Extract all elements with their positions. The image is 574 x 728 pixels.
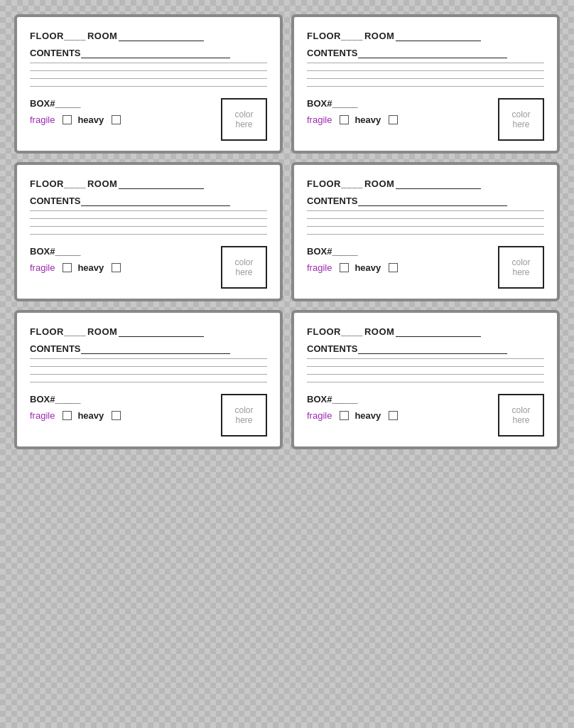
heavy-text-4: heavy <box>354 262 381 273</box>
content-rules-3 <box>30 209 267 236</box>
fragile-heavy-3: fragile heavy <box>30 262 121 273</box>
color-box-5[interactable]: colorhere <box>221 394 267 437</box>
rule-6a <box>307 358 544 359</box>
heavy-text-2: heavy <box>354 114 381 125</box>
card-bottom-5: BOX#_____ fragile heavy colorhere <box>30 394 267 437</box>
room-field-2[interactable] <box>396 30 481 41</box>
card-bottom-3: BOX#_____ fragile heavy colorhere <box>30 246 267 289</box>
box-line-3: BOX#_____ <box>30 246 121 257</box>
heavy-text-6: heavy <box>354 410 381 421</box>
rule-1c <box>30 78 267 79</box>
rule-2a <box>307 63 544 63</box>
contents-field-1[interactable] <box>81 47 230 58</box>
bottom-left-6: BOX#_____ fragile heavy <box>307 394 398 421</box>
color-box-6[interactable]: colorhere <box>498 394 544 437</box>
moving-label-card-1: FLOOR____ ROOM CONTENTS BOX#_____ fragil… <box>14 14 283 154</box>
contents-field-3[interactable] <box>81 195 230 206</box>
room-field-5[interactable] <box>119 326 204 337</box>
box-line-6: BOX#_____ <box>307 394 398 405</box>
fragile-text-5: fragile <box>30 410 55 421</box>
rule-6c <box>307 374 544 375</box>
fragile-text-2: fragile <box>307 114 332 125</box>
color-box-2[interactable]: colorhere <box>498 98 544 141</box>
card-bottom-1: BOX#_____ fragile heavy colorhere <box>30 98 267 141</box>
rule-2c <box>307 78 544 79</box>
content-rules-1 <box>30 61 267 88</box>
rule-3c <box>30 226 267 227</box>
bottom-left-1: BOX#_____ fragile heavy <box>30 98 121 125</box>
rule-4c <box>307 226 544 227</box>
card-grid: FLOOR____ ROOM CONTENTS BOX#_____ fragil… <box>14 14 560 449</box>
floor-label-6: FLOOR____ <box>307 326 363 337</box>
box-line-4: BOX#_____ <box>307 246 398 257</box>
heavy-text-1: heavy <box>77 114 104 125</box>
box-line-2: BOX#_____ <box>307 98 398 109</box>
contents-line-1: CONTENTS <box>30 47 267 58</box>
bottom-left-4: BOX#_____ fragile heavy <box>307 246 398 273</box>
fragile-checkbox-3[interactable] <box>63 263 72 272</box>
contents-field-5[interactable] <box>81 343 230 354</box>
rule-1a <box>30 63 267 63</box>
fragile-checkbox-4[interactable] <box>340 263 349 272</box>
rule-1b <box>30 70 267 71</box>
heavy-checkbox-6[interactable] <box>389 411 398 420</box>
fragile-heavy-1: fragile heavy <box>30 114 121 125</box>
card-bottom-6: BOX#_____ fragile heavy colorhere <box>307 394 544 437</box>
contents-label-5: CONTENTS <box>30 343 81 354</box>
contents-label-6: CONTENTS <box>307 343 358 354</box>
contents-field-6[interactable] <box>358 343 507 354</box>
bottom-left-2: BOX#_____ fragile heavy <box>307 98 398 125</box>
rule-4b <box>307 218 544 219</box>
color-box-3[interactable]: colorhere <box>221 246 267 289</box>
contents-label-4: CONTENTS <box>307 196 358 206</box>
heavy-checkbox-3[interactable] <box>112 263 121 272</box>
box-label-4: BOX#_____ <box>307 246 358 257</box>
room-field-4[interactable] <box>396 178 481 189</box>
fragile-checkbox-5[interactable] <box>63 411 72 420</box>
fragile-text-4: fragile <box>307 262 332 273</box>
heavy-checkbox-5[interactable] <box>112 411 121 420</box>
room-label-6: ROOM <box>364 326 394 337</box>
room-label-1: ROOM <box>87 31 117 41</box>
heavy-checkbox-1[interactable] <box>112 115 121 124</box>
rule-6d <box>307 382 544 382</box>
contents-line-6: CONTENTS <box>307 343 544 354</box>
contents-field-2[interactable] <box>358 47 507 58</box>
content-rules-2 <box>307 61 544 88</box>
heavy-checkbox-2[interactable] <box>389 115 398 124</box>
floor-room-line-2: FLOOR____ ROOM <box>307 30 544 41</box>
room-field-1[interactable] <box>119 30 204 41</box>
bottom-left-5: BOX#_____ fragile heavy <box>30 394 121 421</box>
heavy-checkbox-4[interactable] <box>389 263 398 272</box>
contents-label-3: CONTENTS <box>30 196 81 206</box>
fragile-checkbox-6[interactable] <box>340 411 349 420</box>
room-field-6[interactable] <box>396 326 481 337</box>
rule-5b <box>30 366 267 367</box>
fragile-text-6: fragile <box>307 410 332 421</box>
fragile-text-1: fragile <box>30 114 55 125</box>
color-box-1[interactable]: colorhere <box>221 98 267 141</box>
moving-label-card-6: FLOOR____ ROOM CONTENTS BOX#_____ fragil… <box>291 310 560 449</box>
fragile-heavy-6: fragile heavy <box>307 410 398 421</box>
fragile-checkbox-2[interactable] <box>340 115 349 124</box>
contents-label-2: CONTENTS <box>307 48 358 58</box>
moving-label-card-3: FLOOR____ ROOM CONTENTS BOX#_____ fragil… <box>14 162 283 301</box>
floor-label-1: FLOOR____ <box>30 31 86 41</box>
floor-room-line-1: FLOOR____ ROOM <box>30 30 267 41</box>
rule-3b <box>30 218 267 219</box>
content-rules-4 <box>307 209 544 236</box>
floor-label-5: FLOOR____ <box>30 326 86 337</box>
contents-line-2: CONTENTS <box>307 47 544 58</box>
room-field-3[interactable] <box>119 178 204 189</box>
moving-label-card-5: FLOOR____ ROOM CONTENTS BOX#_____ fragil… <box>14 310 283 449</box>
box-label-1: BOX#_____ <box>30 98 81 109</box>
card-bottom-4: BOX#_____ fragile heavy colorhere <box>307 246 544 289</box>
color-box-4[interactable]: colorhere <box>498 246 544 289</box>
heavy-text-5: heavy <box>77 410 104 421</box>
rule-5a <box>30 358 267 359</box>
contents-field-4[interactable] <box>358 195 507 206</box>
bottom-left-3: BOX#_____ fragile heavy <box>30 246 121 273</box>
fragile-heavy-4: fragile heavy <box>307 262 398 273</box>
rule-4a <box>307 210 544 211</box>
fragile-checkbox-1[interactable] <box>63 115 72 124</box>
